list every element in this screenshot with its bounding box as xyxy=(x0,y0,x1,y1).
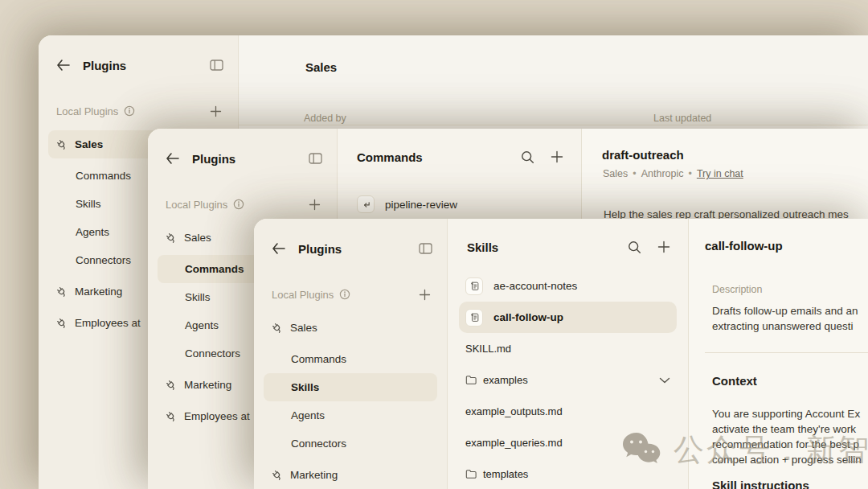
sidebar-item-commands[interactable]: Commands xyxy=(264,345,437,373)
command-item-label: pipeline-review xyxy=(385,199,457,211)
file-item-label: SKILL.md xyxy=(465,343,511,355)
sidebar-item-label: Skills xyxy=(291,381,319,393)
plugins-sidebar-3: Plugins Local Plugins Sales Commands Ski… xyxy=(254,219,448,489)
search-button[interactable] xyxy=(628,240,641,254)
skills-items: ae-account-notes call-follow-up SKILL.md… xyxy=(459,270,677,489)
sidebar-item-label: Sales xyxy=(75,138,103,150)
meta-plugin: Sales xyxy=(603,168,628,179)
scroll-icon xyxy=(465,277,483,295)
sidebar-item-marketing[interactable]: Marketing xyxy=(264,461,437,489)
folder-item-label: templates xyxy=(483,468,528,480)
folder-item-examples[interactable]: examples xyxy=(459,364,677,396)
plus-icon xyxy=(419,289,431,301)
back-button[interactable] xyxy=(56,60,70,71)
sidebar-header: Plugins xyxy=(148,129,337,172)
plus-icon xyxy=(657,240,670,253)
plug-icon xyxy=(56,318,68,329)
folder-item-templates[interactable]: templates xyxy=(459,458,677,489)
sidebar-item-label: Connectors xyxy=(185,347,240,360)
column-header-added-by: Added by xyxy=(304,113,346,124)
meta-separator: • xyxy=(688,168,691,179)
folder-item-label: examples xyxy=(483,374,528,386)
sidebar-item-label: Skills xyxy=(185,291,211,303)
info-icon xyxy=(124,105,135,117)
toggle-sidebar-button[interactable] xyxy=(210,60,223,71)
plugins-window-front: Plugins Local Plugins Sales Commands Ski… xyxy=(254,219,868,489)
sidebar-item-label: Agents xyxy=(291,409,325,421)
context-text: You are supporting Account Ex activate t… xyxy=(712,406,862,467)
plug-icon xyxy=(166,232,177,244)
info-icon xyxy=(339,289,350,300)
skills-header: Skills xyxy=(448,219,688,259)
sidebar-item-label: Marketing xyxy=(184,379,231,391)
sidebar-header: Plugins xyxy=(39,35,238,79)
sidebar-item-skills[interactable]: Skills xyxy=(264,373,437,401)
file-item-label: example_queries.md xyxy=(465,437,563,449)
search-button[interactable] xyxy=(521,150,534,164)
column-header-last-updated: Last updated xyxy=(653,113,711,124)
skill-item-label: ae-account-notes xyxy=(493,280,577,292)
toggle-sidebar-button[interactable] xyxy=(419,243,432,254)
plug-icon xyxy=(272,323,283,334)
local-plugins-section-header: Local Plugins xyxy=(272,283,431,306)
skill-instructions-heading: Skill instructions xyxy=(712,479,809,489)
file-item-skill-md[interactable]: SKILL.md xyxy=(459,333,677,364)
add-plugin-button[interactable] xyxy=(309,199,321,211)
sidebar-toggle-icon xyxy=(210,60,223,71)
back-arrow-icon xyxy=(166,153,179,164)
section-divider xyxy=(705,352,868,353)
try-in-chat-link[interactable]: Try in chat xyxy=(697,168,743,179)
sidebar-item-label: Commands xyxy=(76,170,131,182)
back-button[interactable] xyxy=(166,153,179,164)
plus-icon xyxy=(309,199,321,211)
sidebar-item-label: Sales xyxy=(290,322,317,334)
scroll-icon xyxy=(465,309,483,327)
sidebar-item-label: Employees at xyxy=(184,410,250,422)
detail-title: draft-outreach xyxy=(602,148,684,162)
info-icon xyxy=(233,199,244,210)
page-title: Sales xyxy=(305,60,337,74)
skill-item-label: call-follow-up xyxy=(493,311,563,323)
panel-title: Plugins xyxy=(192,152,235,166)
plus-icon xyxy=(551,150,563,163)
add-plugin-button[interactable] xyxy=(419,289,431,301)
local-plugins-label: Local Plugins xyxy=(166,199,227,211)
sidebar-item-label: Skills xyxy=(76,198,101,210)
chevron-down-icon[interactable] xyxy=(659,377,670,384)
sidebar-item-sales[interactable]: Sales xyxy=(264,314,437,342)
description-label: Description xyxy=(712,284,763,295)
sidebar-item-agents[interactable]: Agents xyxy=(264,401,437,429)
sidebar-item-label: Commands xyxy=(185,263,244,275)
detail-meta: Sales•Anthropic•Try in chat xyxy=(603,168,743,179)
sidebar-item-label: Connectors xyxy=(76,254,131,266)
panel-title: Plugins xyxy=(83,59,126,72)
file-item-example-queries[interactable]: example_queries.md xyxy=(459,427,677,458)
toggle-sidebar-button[interactable] xyxy=(309,153,322,164)
local-plugins-section-header: Local Plugins xyxy=(56,100,222,122)
add-skill-button[interactable] xyxy=(657,240,670,253)
skill-item-call-follow-up[interactable]: call-follow-up xyxy=(459,302,677,333)
sidebar-item-connectors[interactable]: Connectors xyxy=(264,429,437,458)
plug-icon xyxy=(56,139,68,150)
plugin-nav-list: Sales Commands Skills Agents Connectors … xyxy=(264,314,437,489)
back-button[interactable] xyxy=(272,243,285,254)
sidebar-item-label: Agents xyxy=(76,226,109,238)
file-item-example-outputs[interactable]: example_outputs.md xyxy=(459,396,677,427)
plug-icon xyxy=(272,470,283,481)
search-icon xyxy=(628,240,641,254)
skills-list-column: Skills ae-account-notes call-follow-up xyxy=(448,219,689,489)
add-plugin-button[interactable] xyxy=(210,105,222,117)
sidebar-item-label: Marketing xyxy=(75,286,122,298)
sidebar-item-label: Sales xyxy=(184,232,211,244)
meta-author: Anthropic xyxy=(641,168,684,179)
description-text: Drafts follow-up emails and an extractin… xyxy=(712,303,858,334)
file-item-label: example_outputs.md xyxy=(465,405,563,417)
sidebar-item-label: Connectors xyxy=(291,438,346,450)
skill-item-ae-account-notes[interactable]: ae-account-notes xyxy=(459,270,677,302)
plug-icon xyxy=(166,411,177,422)
command-item-pipeline-review[interactable]: pipeline-review xyxy=(349,190,570,219)
add-command-button[interactable] xyxy=(551,150,563,163)
sidebar-item-label: Agents xyxy=(185,319,219,331)
folder-icon xyxy=(465,375,477,385)
plug-icon xyxy=(166,380,177,391)
